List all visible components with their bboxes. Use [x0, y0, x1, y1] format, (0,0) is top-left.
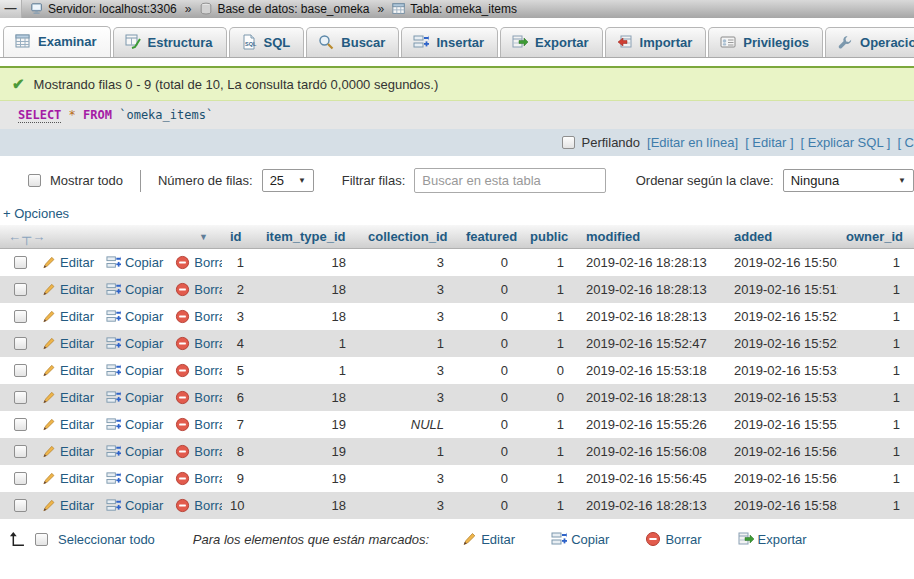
- cell-modified[interactable]: 2019-02-16 18:28:13: [578, 303, 726, 330]
- cell-item-type-id[interactable]: 18: [258, 492, 360, 519]
- cell-modified[interactable]: 2019-02-16 15:56:08: [578, 438, 726, 465]
- cell-added[interactable]: 2019-02-16 15:58:08: [726, 492, 838, 519]
- edit-query-link[interactable]: [ Editar ]: [745, 135, 793, 150]
- row-checkbox[interactable]: [14, 364, 27, 377]
- cell-owner-id[interactable]: 1: [838, 303, 914, 330]
- sort-indicator-icon[interactable]: ▼: [199, 232, 208, 242]
- cell-owner-id[interactable]: 1: [838, 384, 914, 411]
- cell-public[interactable]: 1: [522, 303, 578, 330]
- cell-modified[interactable]: 2019-02-16 18:28:13: [578, 492, 726, 519]
- row-delete-link[interactable]: Borrar: [175, 336, 222, 351]
- cell-owner-id[interactable]: 1: [838, 330, 914, 357]
- profiling-checkbox[interactable]: [562, 136, 575, 149]
- filter-rows-input[interactable]: [414, 168, 606, 193]
- rows-count-select[interactable]: 25 ▼: [262, 169, 314, 192]
- cell-public[interactable]: 1: [522, 330, 578, 357]
- cell-added[interactable]: 2019-02-16 15:53:58: [726, 384, 838, 411]
- cell-added[interactable]: 2019-02-16 15:56:45: [726, 465, 838, 492]
- cell-id[interactable]: 10: [222, 492, 258, 519]
- cell-modified[interactable]: 2019-02-16 15:53:18: [578, 357, 726, 384]
- cell-modified[interactable]: 2019-02-16 18:28:13: [578, 249, 726, 276]
- cell-collection-id[interactable]: 3: [360, 492, 458, 519]
- cell-item-type-id[interactable]: 19: [258, 465, 360, 492]
- tab-import[interactable]: Importar: [605, 27, 707, 57]
- cell-public[interactable]: 1: [522, 249, 578, 276]
- cell-id[interactable]: 1: [222, 249, 258, 276]
- row-delete-link[interactable]: Borrar: [175, 255, 222, 270]
- cell-added[interactable]: 2019-02-16 15:52:13: [726, 303, 838, 330]
- cell-collection-id[interactable]: 1: [360, 438, 458, 465]
- column-visibility-toggle-icon[interactable]: ←┬→: [8, 229, 46, 244]
- tab-search[interactable]: Buscar: [306, 27, 399, 57]
- cell-featured[interactable]: 0: [458, 330, 522, 357]
- tab-browse[interactable]: Examinar: [3, 26, 111, 57]
- cell-item-type-id[interactable]: 1: [258, 357, 360, 384]
- tab-sql[interactable]: SQL: [229, 27, 305, 57]
- cell-collection-id[interactable]: 3: [360, 303, 458, 330]
- row-edit-link[interactable]: Editar: [41, 363, 94, 378]
- cell-owner-id[interactable]: 1: [838, 357, 914, 384]
- selected-edit-link[interactable]: Editar: [461, 531, 515, 547]
- tab-privileges[interactable]: Privilegios: [708, 27, 823, 57]
- selected-delete-link[interactable]: Borrar: [645, 531, 701, 547]
- select-all-checkbox[interactable]: [35, 533, 48, 546]
- create-php-link-cut[interactable]: [ C: [897, 135, 914, 150]
- select-all-link[interactable]: Seleccionar todo: [58, 532, 155, 547]
- row-copy-link[interactable]: Copiar: [106, 255, 163, 270]
- tab-operations[interactable]: Operaciones: [825, 27, 914, 57]
- row-delete-link[interactable]: Borrar: [175, 363, 222, 378]
- show-all-checkbox[interactable]: [28, 174, 41, 187]
- inline-edit-link[interactable]: [Editar en línea]: [647, 135, 738, 150]
- row-edit-link[interactable]: Editar: [41, 309, 94, 324]
- cell-owner-id[interactable]: 1: [838, 276, 914, 303]
- cell-added[interactable]: 2019-02-16 15:55:26: [726, 411, 838, 438]
- row-copy-link[interactable]: Copiar: [106, 309, 163, 324]
- cell-featured[interactable]: 0: [458, 411, 522, 438]
- cell-public[interactable]: 1: [522, 492, 578, 519]
- row-checkbox[interactable]: [14, 337, 27, 350]
- row-delete-link[interactable]: Borrar: [175, 471, 222, 486]
- tab-insert[interactable]: Insertar: [401, 27, 498, 57]
- cell-public[interactable]: 1: [522, 465, 578, 492]
- cell-owner-id[interactable]: 1: [838, 465, 914, 492]
- cell-public[interactable]: 0: [522, 357, 578, 384]
- row-copy-link[interactable]: Copiar: [106, 417, 163, 432]
- selected-copy-link[interactable]: Copiar: [551, 531, 609, 547]
- row-checkbox[interactable]: [14, 310, 27, 323]
- column-header-public[interactable]: public: [522, 225, 578, 249]
- row-edit-link[interactable]: Editar: [41, 336, 94, 351]
- column-header-featured[interactable]: featured: [458, 225, 522, 249]
- breadcrumb-server[interactable]: Servidor: localhost:3306: [48, 2, 177, 16]
- cell-owner-id[interactable]: 1: [838, 492, 914, 519]
- cell-featured[interactable]: 0: [458, 357, 522, 384]
- panel-collapse-button[interactable]: —: [0, 0, 22, 18]
- breadcrumb-table[interactable]: Tabla: omeka_items: [410, 2, 517, 16]
- row-edit-link[interactable]: Editar: [41, 444, 94, 459]
- cell-collection-id[interactable]: 3: [360, 357, 458, 384]
- column-header-collection-id[interactable]: collection_id: [360, 225, 458, 249]
- cell-item-type-id[interactable]: 18: [258, 303, 360, 330]
- cell-public[interactable]: 1: [522, 438, 578, 465]
- row-delete-link[interactable]: Borrar: [175, 444, 222, 459]
- cell-id[interactable]: 8: [222, 438, 258, 465]
- cell-owner-id[interactable]: 1: [838, 249, 914, 276]
- cell-owner-id[interactable]: 1: [838, 411, 914, 438]
- row-delete-link[interactable]: Borrar: [175, 498, 222, 513]
- cell-collection-id[interactable]: 3: [360, 465, 458, 492]
- row-checkbox[interactable]: [14, 391, 27, 404]
- column-header-owner-id[interactable]: owner_id: [838, 225, 914, 249]
- tab-structure[interactable]: Estructura: [113, 27, 227, 57]
- row-checkbox[interactable]: [14, 445, 27, 458]
- cell-item-type-id[interactable]: 1: [258, 330, 360, 357]
- cell-added[interactable]: 2019-02-16 15:52:47: [726, 330, 838, 357]
- column-header-item-type-id[interactable]: item_type_id: [258, 225, 360, 249]
- cell-collection-id[interactable]: 3: [360, 276, 458, 303]
- cell-featured[interactable]: 0: [458, 465, 522, 492]
- cell-featured[interactable]: 0: [458, 276, 522, 303]
- cell-modified[interactable]: 2019-02-16 15:55:26: [578, 411, 726, 438]
- cell-modified[interactable]: 2019-02-16 15:52:47: [578, 330, 726, 357]
- cell-item-type-id[interactable]: 19: [258, 411, 360, 438]
- row-checkbox[interactable]: [14, 499, 27, 512]
- cell-item-type-id[interactable]: 18: [258, 249, 360, 276]
- cell-public[interactable]: 0: [522, 384, 578, 411]
